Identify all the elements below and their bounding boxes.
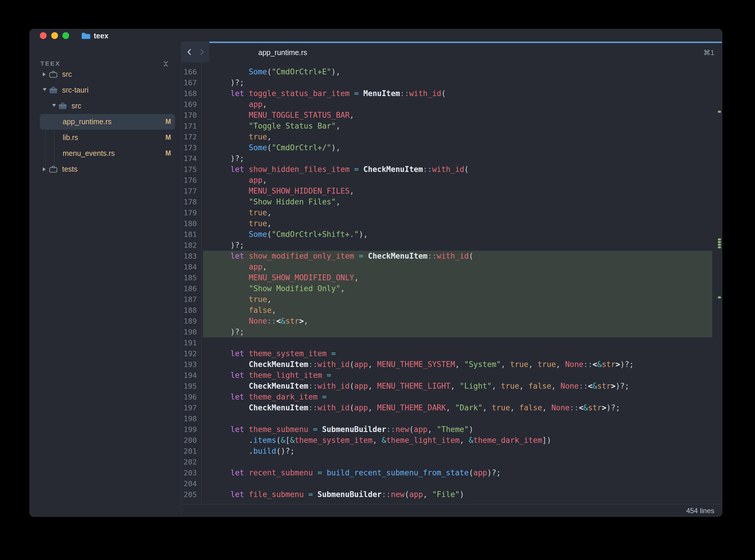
tree-file-app-runtime-rs[interactable]: app_runtime.rsM <box>40 114 175 130</box>
code-line-198[interactable]: 198 <box>181 413 722 424</box>
code-text: CheckMenuItem::with_id(app, MENU_THEME_D… <box>203 402 712 413</box>
code-line-172[interactable]: 172 true, <box>181 132 722 142</box>
chevron-down-icon[interactable] <box>43 88 46 92</box>
code-line-177[interactable]: 177 MENU_SHOW_HIDDEN_FILES, <box>181 186 722 197</box>
code-line-195[interactable]: 195 CheckMenuItem::with_id(app, MENU_THE… <box>181 381 722 392</box>
line-number: 181 <box>181 229 197 240</box>
code-line-193[interactable]: 193 CheckMenuItem::with_id(app, MENU_THE… <box>181 359 722 370</box>
code-text: true, <box>203 218 712 229</box>
sidebar: TEEX srcsrc-taurisrcapp_runtime.rsMlib.r… <box>30 42 181 516</box>
code-line-199[interactable]: 199 let theme_submenu = SubmenuBuilder::… <box>181 424 722 435</box>
code-text: CheckMenuItem::with_id(app, MENU_THEME_L… <box>203 381 712 392</box>
code-line-197[interactable]: 197 CheckMenuItem::with_id(app, MENU_THE… <box>181 402 722 413</box>
code-line-186[interactable]: 186 "Show Modified Only", <box>181 283 722 294</box>
code-text: )?; <box>203 153 712 164</box>
code-line-184[interactable]: 184 app, <box>181 262 722 273</box>
close-button[interactable] <box>40 32 46 39</box>
tree-folder-src[interactable]: src <box>40 98 175 114</box>
code-text: None::<&str>, <box>203 316 712 326</box>
code-line-171[interactable]: 171 "Toggle Status Bar", <box>181 121 722 132</box>
code-lines: 166 Some("CmdOrCtrl+E"),167 )?;168 let t… <box>181 66 722 500</box>
code-line-196[interactable]: 196 let theme_dark_item = <box>181 392 722 402</box>
code-line-185[interactable]: 185 MENU_SHOW_MODIFIED_ONLY, <box>181 273 722 283</box>
code-text: CheckMenuItem::with_id(app, MENU_THEME_S… <box>203 359 712 370</box>
code-text <box>203 337 712 348</box>
forward-button[interactable] <box>198 48 205 56</box>
line-number: 192 <box>181 348 197 359</box>
code-line-183[interactable]: 183 let show_modified_only_item = CheckM… <box>181 251 722 262</box>
tree-folder-tests[interactable]: tests <box>40 161 175 177</box>
tree-item-label: menu_events.rs <box>63 149 115 158</box>
editor-pane: app_runtime.rs ⌘1 166 Some("CmdOrCtrl+E"… <box>181 29 722 516</box>
code-text: let theme_dark_item = <box>203 392 712 402</box>
code-line-178[interactable]: 178 "Show Hidden Files", <box>181 197 722 207</box>
tree-item-label: lib.rs <box>63 133 78 142</box>
code-line-181[interactable]: 181 Some("CmdOrCtrl+Shift+."), <box>181 229 722 240</box>
code-line-191[interactable]: 191 <box>181 337 722 348</box>
code-line-188[interactable]: 188 false, <box>181 305 722 316</box>
back-button[interactable] <box>186 48 193 56</box>
tree-file-lib-rs[interactable]: lib.rsM <box>40 130 175 145</box>
folder-icon <box>49 165 57 173</box>
code-text: )?; <box>203 326 712 337</box>
sidebar-header: TEEX <box>40 60 61 67</box>
line-number: 178 <box>181 197 197 207</box>
code-text: let recent_submenu = build_recent_submen… <box>203 467 712 478</box>
code-line-205[interactable]: 205 let file_submenu = SubmenuBuilder::n… <box>181 489 722 500</box>
tree-item-label: tests <box>62 165 78 173</box>
code-text: app, <box>203 175 712 186</box>
line-number: 190 <box>181 326 197 337</box>
code-line-200[interactable]: 200 .items(&[&theme_system_item, &theme_… <box>181 435 722 446</box>
chevron-down-icon[interactable] <box>52 104 56 107</box>
code-line-174[interactable]: 174 )?; <box>181 153 722 164</box>
code-line-170[interactable]: 170 MENU_TOGGLE_STATUS_BAR, <box>181 110 722 121</box>
code-line-166[interactable]: 166 Some("CmdOrCtrl+E"), <box>181 66 722 77</box>
line-number: 183 <box>181 251 197 262</box>
code-line-194[interactable]: 194 let theme_light_item = <box>181 370 722 381</box>
line-number: 172 <box>181 132 197 142</box>
code-line-167[interactable]: 167 )?; <box>181 77 722 88</box>
code-line-189[interactable]: 189 None::<&str>, <box>181 316 722 326</box>
line-number: 168 <box>181 88 197 99</box>
code-line-192[interactable]: 192 let theme_system_item = <box>181 348 722 359</box>
tab-app-runtime[interactable]: app_runtime.rs <box>258 48 307 57</box>
tree-folder-src[interactable]: src <box>40 66 175 82</box>
code-text: app, <box>203 262 712 273</box>
tree-file-menu-events-rs[interactable]: menu_events.rsM <box>40 145 175 161</box>
line-number: 171 <box>181 121 197 132</box>
line-number: 202 <box>181 457 197 467</box>
modified-region-marker <box>718 241 721 243</box>
minimize-button[interactable] <box>51 32 58 39</box>
tab-bar: app_runtime.rs ⌘1 <box>209 43 722 62</box>
code-line-204[interactable]: 204 <box>181 478 722 489</box>
code-text: false, <box>203 305 712 316</box>
code-line-203[interactable]: 203 let recent_submenu = build_recent_su… <box>181 467 722 478</box>
code-viewport[interactable]: 166 Some("CmdOrCtrl+E"),167 )?;168 let t… <box>181 62 722 504</box>
code-line-180[interactable]: 180 true, <box>181 218 722 229</box>
code-line-190[interactable]: 190 )?; <box>181 326 722 337</box>
code-line-179[interactable]: 179 true, <box>181 207 722 218</box>
line-number: 201 <box>181 446 197 457</box>
line-number: 180 <box>181 218 197 229</box>
tree-folder-src-tauri[interactable]: src-tauri <box>40 82 175 98</box>
code-text: let toggle_status_bar_item = MenuItem::w… <box>203 88 712 99</box>
folder-icon <box>59 102 67 109</box>
code-line-169[interactable]: 169 app, <box>181 99 722 110</box>
code-line-187[interactable]: 187 true, <box>181 294 722 305</box>
code-line-202[interactable]: 202 <box>181 457 722 467</box>
chevron-right-icon[interactable] <box>43 167 46 171</box>
modified-region-marker <box>718 246 721 248</box>
code-text: .items(&[&theme_system_item, &theme_ligh… <box>203 435 712 446</box>
zoom-button[interactable] <box>62 32 69 39</box>
code-line-173[interactable]: 173 Some("CmdOrCtrl+/"), <box>181 142 722 153</box>
tree-item-label: src-tauri <box>62 86 88 94</box>
code-line-201[interactable]: 201 .build()?; <box>181 446 722 457</box>
code-line-168[interactable]: 168 let toggle_status_bar_item = MenuIte… <box>181 88 722 99</box>
code-line-175[interactable]: 175 let show_hidden_files_item = CheckMe… <box>181 164 722 175</box>
line-number: 167 <box>181 77 197 88</box>
window-title: teex <box>94 32 108 40</box>
code-line-176[interactable]: 176 app, <box>181 175 722 186</box>
chevron-right-icon[interactable] <box>43 72 46 77</box>
code-line-182[interactable]: 182 )?; <box>181 240 722 251</box>
line-number: 179 <box>181 207 197 218</box>
